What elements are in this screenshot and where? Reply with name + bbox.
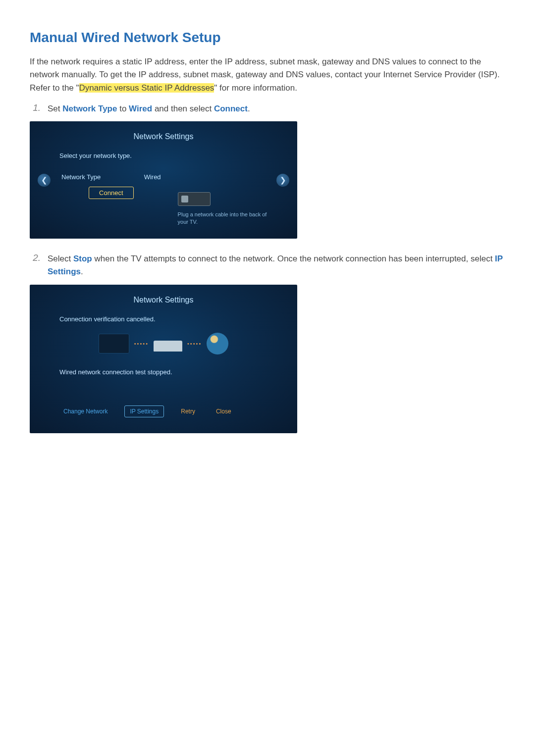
connect-button[interactable]: Connect	[89, 187, 133, 199]
step-text: Set Network Type to Wired and then selec…	[48, 102, 505, 115]
t: when the TV attempts to connect to the n…	[92, 254, 495, 263]
connection-dots-icon: •••••	[134, 341, 149, 347]
network-type-label: Network Type	[61, 173, 101, 181]
intro-highlight-link[interactable]: Dynamic versus Static IP Addresses	[79, 83, 214, 93]
panel-subtitle: Select your network type.	[59, 152, 268, 159]
kw-network-type: Network Type	[62, 104, 117, 113]
router-icon	[154, 341, 182, 352]
connection-dots-icon: •••••	[187, 341, 202, 347]
globe-icon	[207, 333, 228, 354]
nav-next-button[interactable]: ❯	[276, 174, 289, 187]
t: Set	[48, 104, 62, 113]
kw-wired: Wired	[129, 104, 152, 113]
kw-stop: Stop	[73, 254, 92, 263]
t: to	[117, 104, 129, 113]
network-settings-panel-1: ❮ ❯ Network Settings Select your network…	[30, 121, 297, 239]
step-number: 2.	[30, 252, 48, 279]
intro-text-post: " for more information.	[214, 83, 297, 93]
network-type-row[interactable]: Network Type Wired	[59, 169, 163, 185]
ip-settings-button[interactable]: IP Settings	[124, 405, 164, 417]
network-type-value: Wired	[144, 173, 161, 181]
panel-title: Network Settings	[59, 296, 268, 304]
nav-prev-button[interactable]: ❮	[38, 174, 51, 187]
chevron-left-icon: ❮	[41, 176, 48, 185]
network-settings-panel-2: Network Settings Connection verification…	[30, 285, 297, 433]
panel-button-bar: Change Network IP Settings Retry Close	[59, 405, 268, 417]
panel-title: Network Settings	[59, 132, 268, 141]
ethernet-port-icon	[178, 192, 211, 206]
intro-paragraph: If the network requires a static IP addr…	[30, 55, 505, 95]
chevron-right-icon: ❯	[280, 176, 286, 185]
retry-button[interactable]: Retry	[177, 405, 199, 417]
t: .	[81, 267, 83, 276]
step-text: Select Stop when the TV attempts to conn…	[48, 252, 505, 279]
t: and then select	[152, 104, 214, 113]
change-network-button[interactable]: Change Network	[59, 405, 111, 417]
t: .	[248, 104, 250, 113]
panel-subtitle: Connection verification cancelled.	[59, 315, 268, 323]
step-number: 1.	[30, 102, 48, 115]
page-title: Manual Wired Network Setup	[30, 30, 505, 46]
t: Select	[48, 254, 73, 263]
step-2: 2. Select Stop when the TV attempts to c…	[30, 252, 505, 279]
tv-device-icon	[99, 334, 129, 353]
panel-side-text: Plug a network cable into the back of yo…	[178, 211, 268, 226]
kw-connect: Connect	[214, 104, 248, 113]
panel-message: Wired network connection test stopped.	[59, 368, 268, 376]
close-button[interactable]: Close	[212, 405, 235, 417]
connection-diagram: ••••• •••••	[59, 333, 268, 354]
step-1: 1. Set Network Type to Wired and then se…	[30, 102, 505, 115]
